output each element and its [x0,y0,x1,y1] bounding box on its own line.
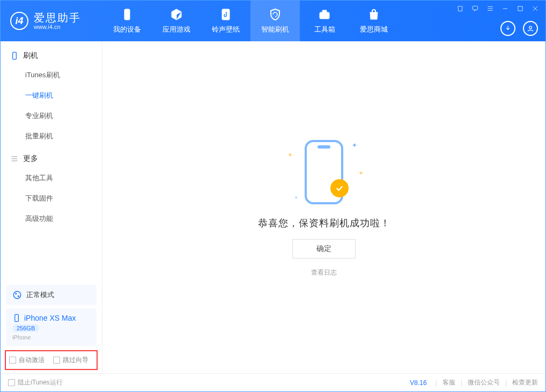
close-icon[interactable] [530,4,540,13]
checkbox-label: 阻止iTunes运行 [18,378,63,387]
main-content: ✦ ✦ ✦ • 恭喜您，保资料刷机成功啦！ 确定 查看日志 [102,41,545,373]
feedback-icon[interactable] [470,4,480,13]
success-message: 恭喜您，保资料刷机成功啦！ [258,217,390,230]
svg-rect-3 [322,10,327,12]
sparkle-icon: ✦ [352,142,357,149]
toolbox-icon [318,8,331,21]
minimize-icon[interactable] [500,4,510,13]
app-subtitle: www.i4.cn [34,24,81,30]
music-file-icon [219,8,233,21]
svg-point-9 [15,293,17,294]
sidebar-section-flash: 刷机 iTunes刷机 一键刷机 专业刷机 批量刷机 [1,47,102,146]
nav-store[interactable]: 爱思商城 [349,1,399,41]
device-capacity: 256GB [12,324,39,332]
sidebar-item-advanced[interactable]: 高级功能 [1,209,102,229]
check-badge-icon [330,179,349,197]
nav-label: 铃声壁纸 [212,25,240,34]
checkbox-skip-guide[interactable]: 跳过向导 [53,356,88,365]
status-bar: 阻止iTunes运行 V8.16 | 客服 | 微信公众号 | 检查更新 [1,373,545,391]
nav-label: 爱思商城 [360,25,388,34]
bag-icon [367,8,381,21]
nav-label: 智能刷机 [261,25,289,34]
highlighted-checkbox-row: 自动激活 跳过向导 [5,350,98,370]
account-button[interactable] [523,21,538,36]
checkbox-label: 跳过向导 [63,356,88,365]
sparkle-icon: ✦ [358,169,364,177]
app-title: 爱思助手 [34,12,81,24]
sidebar-section-more: 更多 其他工具 下载固件 高级功能 [1,150,102,229]
sparkle-icon: ✦ [287,151,293,159]
view-log-link[interactable]: 查看日志 [311,268,337,277]
nav-ringtones[interactable]: 铃声壁纸 [201,1,250,41]
mode-label: 正常模式 [26,290,54,300]
svg-rect-7 [13,52,17,59]
header-actions [500,21,538,36]
nav-apps[interactable]: 应用游戏 [152,1,201,41]
svg-rect-4 [473,6,477,10]
version-label: V8.16 [410,379,426,387]
svg-rect-0 [124,9,130,20]
svg-point-6 [529,26,532,29]
app-logo: i4 爱思助手 www.i4.cn [1,12,102,30]
device-name-text: iPhone XS Max [24,314,76,322]
sidebar-item-pro-flash[interactable]: 专业刷机 [1,106,102,126]
cube-icon [169,8,183,21]
download-button[interactable] [500,21,515,36]
checkbox-auto-activate[interactable]: 自动激活 [9,356,45,365]
shield-refresh-icon [268,8,282,21]
mode-card[interactable]: 正常模式 [6,285,97,305]
nav-label: 工具箱 [314,25,335,34]
ok-button[interactable]: 确定 [292,239,356,258]
footer-link-update[interactable]: 检查更新 [512,378,538,387]
maximize-icon[interactable] [515,4,525,13]
success-illustration: ✦ ✦ ✦ • [281,137,367,207]
checkbox-block-itunes[interactable]: 阻止iTunes运行 [8,378,63,387]
svg-rect-5 [518,6,522,11]
checkbox-icon [8,379,15,386]
sidebar-title: 更多 [23,154,38,164]
window-controls [455,4,540,13]
nav-toolbox[interactable]: 工具箱 [300,1,349,41]
sparkle-icon: • [295,194,297,202]
phone-icon [120,8,134,21]
shirt-icon[interactable] [455,4,465,13]
nav-label: 应用游戏 [163,25,190,34]
sidebar-item-batch-flash[interactable]: 批量刷机 [1,126,102,146]
nav-my-device[interactable]: 我的设备 [102,1,152,41]
checkbox-label: 自动激活 [19,356,45,365]
title-bar: i4 爱思助手 www.i4.cn 我的设备 应用游戏 铃声壁纸 智能刷机 工具… [1,1,545,41]
device-card[interactable]: iPhone XS Max 256GB iPhone [6,308,97,346]
main-nav: 我的设备 应用游戏 铃声壁纸 智能刷机 工具箱 爱思商城 [102,1,399,41]
svg-rect-11 [15,314,19,321]
nav-flash[interactable]: 智能刷机 [250,1,300,41]
phone-outline-icon [10,51,19,60]
sidebar: 刷机 iTunes刷机 一键刷机 专业刷机 批量刷机 更多 其他工具 下载固件 … [1,41,102,373]
nav-label: 我的设备 [113,25,141,34]
sidebar-item-download-firmware[interactable]: 下载固件 [1,188,102,209]
sidebar-item-other-tools[interactable]: 其他工具 [1,168,102,188]
sidebar-title: 刷机 [23,51,38,61]
footer-link-service[interactable]: 客服 [442,378,455,387]
sidebar-item-itunes-flash[interactable]: iTunes刷机 [1,65,102,85]
svg-point-10 [18,295,19,297]
device-type: iPhone [12,334,90,341]
list-icon [10,154,19,163]
sidebar-head-more: 更多 [1,150,102,168]
menu-icon[interactable] [485,4,495,13]
mode-icon [12,290,22,300]
sidebar-item-oneclick-flash[interactable]: 一键刷机 [1,85,102,106]
footer-link-wechat[interactable]: 微信公众号 [468,378,500,387]
logo-icon: i4 [10,12,28,30]
svg-point-8 [13,291,21,299]
checkbox-icon [53,357,60,364]
svg-rect-1 [222,9,230,20]
device-icon [12,314,21,322]
sidebar-head-flash: 刷机 [1,47,102,65]
svg-rect-2 [320,12,329,19]
checkbox-icon [9,357,16,364]
